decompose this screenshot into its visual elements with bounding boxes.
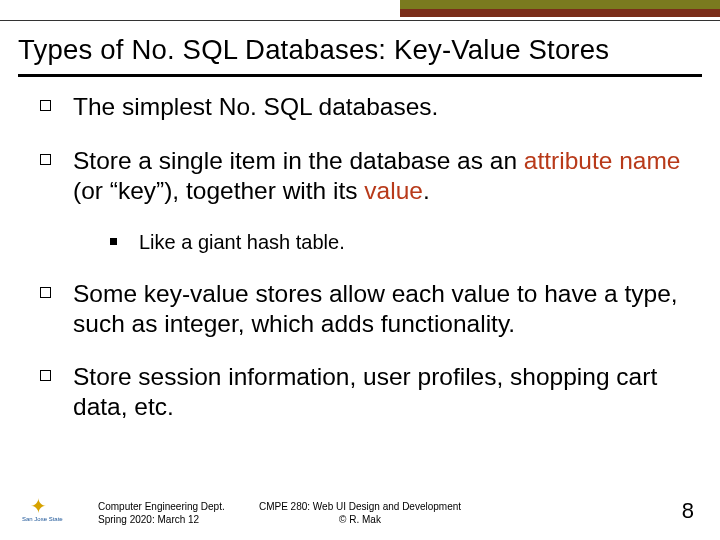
- bullet-text: Store a single item in the database as a…: [73, 146, 688, 206]
- sub-bullet-item: Like a giant hash table.: [110, 230, 688, 255]
- accent-term-attribute-name: attribute name: [524, 147, 681, 174]
- page-number: 8: [682, 498, 694, 524]
- bullet-item: Some key-value stores allow each value t…: [40, 279, 688, 339]
- bullet-item: The simplest No. SQL databases.: [40, 92, 688, 122]
- bullet-item: Store session information, user profiles…: [40, 362, 688, 422]
- bullet-text: The simplest No. SQL databases.: [73, 92, 688, 122]
- filled-square-bullet-icon: [110, 238, 117, 245]
- bullet-text-fragment: (or “key”), together with its: [73, 177, 364, 204]
- bullet-text: Some key-value stores allow each value t…: [73, 279, 688, 339]
- accent-bar-brick: [400, 9, 720, 17]
- square-bullet-icon: [40, 154, 51, 165]
- square-bullet-icon: [40, 100, 51, 111]
- bullet-text: Store session information, user profiles…: [73, 362, 688, 422]
- bullet-item: Store a single item in the database as a…: [40, 146, 688, 206]
- bullet-text-fragment: Store a single item in the database as a…: [73, 147, 524, 174]
- accent-bar-olive: [400, 0, 720, 9]
- accent-term-value: value: [364, 177, 423, 204]
- square-bullet-icon: [40, 287, 51, 298]
- sub-bullet-text: Like a giant hash table.: [139, 230, 345, 255]
- slide-footer: ✦ San Jose State Computer Engineering De…: [22, 488, 698, 530]
- footer-center-line2: © R. Mak: [22, 514, 698, 527]
- title-underline: [18, 74, 702, 77]
- bullet-text-fragment: .: [423, 177, 430, 204]
- slide: Types of No. SQL Databases: Key-Value St…: [0, 0, 720, 540]
- slide-body: The simplest No. SQL databases. Store a …: [40, 92, 688, 478]
- slide-title: Types of No. SQL Databases: Key-Value St…: [18, 34, 702, 66]
- footer-center: CMPE 280: Web UI Design and Development …: [22, 501, 698, 526]
- top-thin-rule: [0, 20, 720, 21]
- top-decor: [0, 0, 720, 20]
- square-bullet-icon: [40, 370, 51, 381]
- footer-center-line1: CMPE 280: Web UI Design and Development: [22, 501, 698, 514]
